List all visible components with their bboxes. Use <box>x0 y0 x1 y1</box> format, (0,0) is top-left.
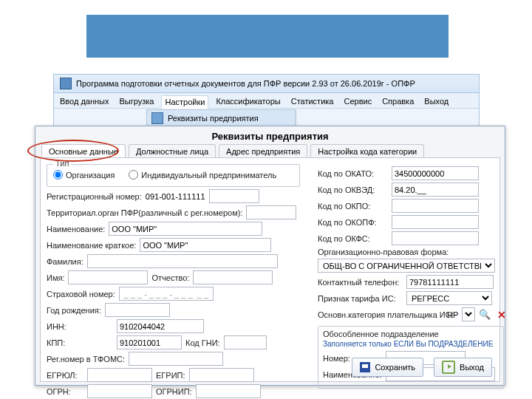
okato-label: Код по ОКАТО: <box>318 169 388 178</box>
phone-label: Контактный телефон: <box>318 278 403 287</box>
button-bar: Сохранить Выход <box>352 358 492 377</box>
egrip-label: ЕГРИП: <box>156 371 185 380</box>
short-label: Наименование краткое: <box>47 241 136 250</box>
fam-input[interactable] <box>87 254 278 268</box>
ogrn-input[interactable] <box>87 384 152 398</box>
app-icon <box>60 78 72 89</box>
kpp-label: КПП: <box>47 338 113 347</box>
tfoms-input[interactable] <box>129 352 223 366</box>
inn-input[interactable] <box>117 319 204 333</box>
short-input[interactable] <box>140 238 271 252</box>
right-column: Код по ОКАТО: Код по ОКВЭД: Код по ОКПО:… <box>318 164 502 389</box>
cat-label: Основн.категория плательщика ИС: <box>318 310 443 319</box>
ogrn-label: ОГРН: <box>47 387 83 396</box>
tab-officials[interactable]: Должностные лица <box>129 144 216 158</box>
egrul-input[interactable] <box>87 368 152 382</box>
tab-address[interactable]: Адрес предприятия <box>219 144 307 158</box>
save-icon <box>360 362 370 372</box>
menu-item[interactable]: Выход <box>421 95 451 108</box>
cat-select[interactable] <box>462 307 475 321</box>
name-input[interactable] <box>109 222 262 236</box>
left-column: Тип Организация Индивидуальный предприни… <box>47 164 309 399</box>
exit-button[interactable]: Выход <box>434 358 492 377</box>
clear-icon[interactable]: ✕ <box>497 309 506 321</box>
opf-label: Организационно-правовая форма: <box>318 248 449 256</box>
okpo-label: Код по ОКПО: <box>318 202 388 211</box>
kpp-input[interactable] <box>117 335 182 349</box>
ogrnip-input[interactable] <box>196 384 261 398</box>
imya-label: Имя: <box>47 273 64 282</box>
okfs-label: Код по ОКФС: <box>318 234 388 243</box>
okopf-input[interactable] <box>392 215 479 229</box>
type-group: Тип Организация Индивидуальный предприни… <box>47 164 300 187</box>
sep-note: Заполняется только ЕСЛИ Вы ПОДРАЗДЕЛЕНИЕ <box>323 340 499 348</box>
radio-ip[interactable]: Индивидуальный предприниматель <box>129 170 276 180</box>
menu-item[interactable]: Классификаторы <box>213 95 283 108</box>
tab-bar: Основные данные Должностные лица Адрес п… <box>35 143 505 157</box>
menu-item[interactable]: Ввод данных <box>57 95 112 108</box>
reg-num-extra-input[interactable] <box>209 189 259 203</box>
menu-item[interactable]: Справка <box>379 95 417 108</box>
menu-item[interactable]: Сервис <box>341 95 375 108</box>
gni-label: Код ГНИ: <box>185 338 220 347</box>
name-label: Наименование: <box>47 225 105 233</box>
ogrnip-label: ОГРНИП: <box>156 387 192 396</box>
inn-label: ИНН: <box>47 322 113 331</box>
tab-category[interactable]: Настройка кода категории <box>310 144 424 158</box>
save-button[interactable]: Сохранить <box>352 358 423 377</box>
sep-title: Обособленное подразделение <box>323 330 499 338</box>
otch-label: Отчество: <box>151 273 189 282</box>
okfs-input[interactable] <box>392 231 479 245</box>
menu-bar[interactable]: Ввод данных Выгрузка Настройки Классифик… <box>54 93 479 109</box>
menu-item[interactable]: Выгрузка <box>117 95 157 108</box>
cat-value: НР <box>447 310 458 319</box>
submenu-icon <box>151 112 163 124</box>
snils-label: Страховой номер: <box>47 290 115 299</box>
menu-item-active[interactable]: Настройки <box>161 95 208 109</box>
terr-input[interactable] <box>246 205 296 219</box>
okved-label: Код по ОКВЭД: <box>318 185 388 194</box>
type-legend: Тип <box>53 159 71 168</box>
okopf-label: Код по ОКОПФ: <box>318 218 388 227</box>
terr-label: Территориал.орган ПФР(различный с рег.но… <box>47 208 242 217</box>
birth-label: Год рождения: <box>47 306 101 315</box>
reg-num-value: 091-001-111111 <box>146 192 205 201</box>
phone-input[interactable] <box>406 275 494 289</box>
search-icon[interactable]: 🔍 <box>479 309 491 320</box>
submenu-item-active[interactable]: Реквизиты предприятия <box>147 110 295 126</box>
radio-org[interactable]: Организация <box>53 170 115 180</box>
imya-input[interactable] <box>68 270 148 284</box>
opf-select[interactable]: ОБЩ-ВО С ОГРАНИЧЕННОЙ ОТВЕТСТВЕННОСТЬЮ <box>318 259 495 273</box>
okpo-input[interactable] <box>392 199 479 213</box>
window-titlebar: Программа подготовки отчетных документов… <box>54 75 479 93</box>
header-banner <box>86 15 449 58</box>
snils-input[interactable] <box>119 287 214 301</box>
okved-input[interactable] <box>392 183 479 197</box>
fam-label: Фамилия: <box>47 257 83 266</box>
company-details-dialog: Реквизиты предприятия Основные данные До… <box>35 126 505 386</box>
birth-input[interactable] <box>105 303 170 317</box>
otch-input[interactable] <box>193 270 273 284</box>
tarif-label: Признак тарифа ИС: <box>318 294 403 303</box>
tfoms-label: Рег.номер в ТФОМС: <box>47 355 125 364</box>
tab-main-data[interactable]: Основные данные <box>41 144 126 158</box>
okato-input[interactable] <box>392 166 479 180</box>
dialog-title: Реквизиты предприятия <box>35 126 505 143</box>
exit-icon <box>442 361 455 374</box>
egrip-input[interactable] <box>189 368 254 382</box>
menu-item[interactable]: Статистика <box>288 95 337 108</box>
dialog-body: Тип Организация Индивидуальный предприни… <box>40 157 500 382</box>
tarif-select[interactable]: РЕГРЕСС <box>406 291 492 305</box>
gni-input[interactable] <box>224 335 267 349</box>
reg-num-label: Регистрационный номер: <box>47 192 142 201</box>
window-title: Программа подготовки отчетных документов… <box>76 79 415 88</box>
egrul-label: ЕГРЮЛ: <box>47 371 83 380</box>
